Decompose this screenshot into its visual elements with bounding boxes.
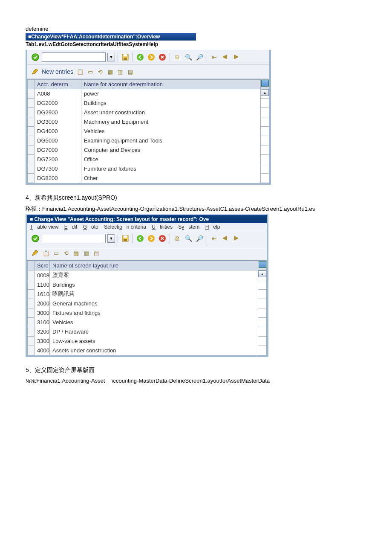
first-page-icon[interactable]: ⇤ (210, 52, 219, 62)
delete-icon[interactable]: ▭ (86, 67, 95, 76)
copy-icon[interactable]: 📋 (76, 67, 84, 76)
scrollbar[interactable] (261, 117, 269, 127)
next-page-icon[interactable]: ⯈ (232, 52, 241, 62)
cell-name[interactable]: Asset under construction (81, 108, 261, 117)
scrollbar[interactable] (258, 299, 267, 308)
cell-name[interactable]: Examining equipment and Tools (81, 136, 261, 145)
cell-name[interactable]: Fixtures and fittings (50, 308, 258, 317)
cell-code[interactable]: 4000 (35, 346, 50, 355)
cell-name[interactable]: Other (81, 174, 261, 183)
menu-edit[interactable]: Edit (64, 224, 78, 230)
scrollbar[interactable] (261, 174, 269, 183)
dropdown-button[interactable]: ▼ (107, 53, 115, 61)
select-block-icon[interactable]: ▥ (82, 249, 91, 257)
row-selector[interactable] (28, 136, 35, 145)
cell-name[interactable]: General machines (50, 299, 258, 308)
row-selector[interactable] (28, 308, 35, 317)
row-selector[interactable] (28, 174, 35, 183)
col-header-scre[interactable]: Scre (35, 261, 50, 270)
deselect-all-icon[interactable]: ▤ (126, 67, 135, 76)
save-icon[interactable] (121, 234, 130, 243)
scrollbar[interactable] (258, 289, 267, 299)
scrollbar[interactable] (261, 108, 269, 117)
cell-name[interactable]: Machinery and Equipment (81, 117, 261, 127)
cell-name[interactable]: Low-value assets (50, 336, 258, 346)
row-selector[interactable] (28, 127, 35, 136)
dropdown-button[interactable]: ▼ (107, 234, 115, 243)
row-selector[interactable] (28, 270, 35, 280)
cell-name[interactable]: Computer and Devices (81, 145, 261, 155)
row-selector[interactable] (28, 108, 35, 117)
cell-name[interactable]: 堕寛案 (50, 270, 258, 280)
row-selector[interactable] (28, 327, 35, 336)
cell-name[interactable]: Buildings (81, 99, 261, 108)
cell-name[interactable]: Assets under construction (50, 346, 258, 355)
row-selector[interactable] (28, 117, 35, 127)
scrollbar[interactable]: ▲ (261, 89, 269, 99)
scrollbar[interactable] (258, 308, 267, 317)
cell-code[interactable]: A008 (35, 89, 81, 99)
scrollbar[interactable] (261, 155, 269, 164)
col-header-name2[interactable]: Name of screen layout rule (50, 261, 258, 270)
cell-code[interactable]: DG7300 (35, 164, 81, 174)
row-selector[interactable] (28, 317, 35, 327)
row-selector[interactable] (28, 164, 35, 174)
select-all-icon[interactable]: ▦ (106, 67, 115, 76)
scrollbar[interactable] (261, 145, 269, 155)
cell-code[interactable]: 3300 (35, 336, 50, 346)
col-header-acct[interactable]: Acct. determ. (35, 80, 81, 89)
cell-code[interactable]: 1610 (35, 289, 50, 299)
cell-code[interactable]: DG4000 (35, 127, 81, 136)
scrollbar[interactable] (261, 127, 269, 136)
copy-icon[interactable]: 📋 (42, 249, 50, 257)
exit-icon[interactable] (147, 52, 156, 62)
undo-icon[interactable]: ⟲ (96, 67, 104, 76)
scrollbar[interactable] (258, 317, 267, 327)
scroll-corner[interactable] (258, 261, 267, 270)
print-icon[interactable]: 🗎 (173, 234, 182, 243)
row-selector[interactable] (28, 299, 35, 308)
scroll-corner[interactable] (261, 80, 269, 89)
row-selector-header[interactable] (28, 261, 35, 270)
pencil-icon[interactable] (31, 249, 39, 257)
cell-code[interactable]: DG3000 (35, 117, 81, 127)
cancel-icon[interactable] (158, 234, 167, 243)
cell-name[interactable]: 啄隅訊莉 (50, 289, 258, 299)
cell-name[interactable]: Furniture and fixtures (81, 164, 261, 174)
menu-selection[interactable]: Selection criteria (104, 224, 146, 230)
row-selector[interactable] (28, 89, 35, 99)
cell-name[interactable]: DP / Hardware (50, 327, 258, 336)
command-input[interactable] (42, 52, 106, 62)
cell-code[interactable]: DG7200 (35, 155, 81, 164)
exit-icon[interactable] (147, 234, 156, 243)
back-icon[interactable] (135, 234, 145, 243)
scrollbar[interactable] (258, 346, 267, 355)
menu-system[interactable]: System (178, 224, 199, 230)
print-icon[interactable]: 🗎 (173, 52, 182, 62)
cell-code[interactable]: 3200 (35, 327, 50, 336)
prev-page-icon[interactable]: ⯇ (221, 52, 230, 62)
scrollbar[interactable] (261, 136, 269, 145)
prev-page-icon[interactable]: ⯇ (221, 234, 230, 243)
cell-code[interactable]: DG5000 (35, 136, 81, 145)
menu-goto[interactable]: Goto (83, 224, 98, 230)
row-selector[interactable] (28, 346, 35, 355)
scrollbar[interactable] (258, 336, 267, 346)
row-selector[interactable] (28, 99, 35, 108)
find-next-icon[interactable]: 🔎 (195, 234, 204, 243)
row-selector[interactable] (28, 155, 35, 164)
row-selector[interactable] (28, 289, 35, 299)
cell-code[interactable]: DG7000 (35, 145, 81, 155)
row-selector[interactable] (28, 336, 35, 346)
scrollbar[interactable] (261, 164, 269, 174)
command-input[interactable] (42, 234, 106, 243)
deselect-all-icon[interactable]: ▤ (92, 249, 101, 257)
back-icon[interactable] (135, 52, 145, 62)
find-icon[interactable]: 🔍 (184, 234, 193, 243)
scrollbar[interactable]: ▲ (258, 270, 267, 280)
cell-code[interactable]: DG2000 (35, 99, 81, 108)
menu-utilities[interactable]: Utilities (152, 224, 173, 230)
cell-name[interactable]: Vehicles (50, 317, 258, 327)
delete-icon[interactable]: ▭ (52, 249, 61, 257)
find-icon[interactable]: 🔍 (184, 52, 193, 62)
